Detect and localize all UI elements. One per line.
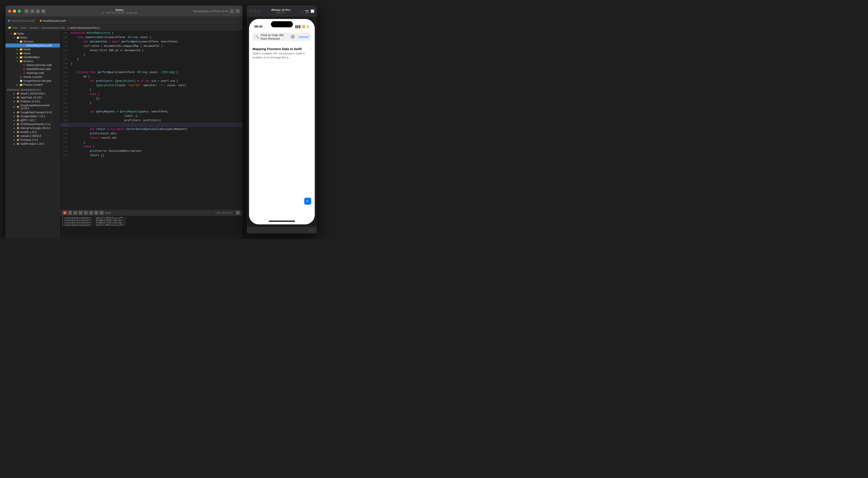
tab-dot-orange (40, 20, 41, 22)
swift-file-icon: S (23, 64, 26, 67)
sidebar-label: NotesListScreen.swift (27, 64, 52, 67)
token: "userId" (128, 84, 140, 87)
pkg-grpc[interactable]: ▶ 📦 gRPC 1.62.2 (5, 118, 60, 122)
pkg-label: gRPC 1.62.2 (20, 119, 35, 122)
tab-noteslistscreen[interactable]: NotesListScreen.swift (5, 17, 37, 25)
run-button[interactable]: ▶ (41, 9, 46, 13)
token: ] = (134, 79, 140, 83)
pkg-abseil[interactable]: ▶ 📦 abseil 1.202401160.1 (5, 92, 60, 96)
sidebar-item-notesapp[interactable]: S NotesApp.swift (5, 71, 60, 75)
result-card[interactable]: › Mapping Firestore Data in Swift Swift'… (253, 44, 311, 62)
sidebar-item-noteslistscreen[interactable]: S NotesListScreen.swift (5, 63, 60, 67)
debug-console[interactable]: ["GybbVqm9jHoaodmwVpYv", "gMr01fiXMS$f4L… (60, 215, 243, 237)
line-content: prefilters: prefilters) (70, 118, 243, 123)
step-over-btn[interactable]: → (73, 211, 77, 215)
stop-button[interactable]: ■ (36, 9, 40, 13)
sidebar-item-noteeditscreen[interactable]: S NoteEditScreen.swift (5, 67, 60, 71)
sidebar-label: ViewModifiers (23, 56, 40, 59)
breadcrumb-notes-root[interactable]: 📁 Notes (8, 26, 19, 29)
search-clear-button[interactable]: ✕ (291, 35, 295, 39)
pkg-leveldb[interactable]: ▶ 📦 leveldb 1.22.5 (5, 130, 60, 134)
sidebar-item-views[interactable]: ▶ 📁 Views (5, 52, 60, 55)
pkg-label: Firebase 10.24.0 (20, 100, 40, 103)
pkg-gtmsessionfetcher[interactable]: ▶ 📦 GTMSessionFetcher 3.4.1 (5, 122, 60, 126)
breadcrumb-method[interactable]: M performQuery(searchTerm:) (67, 27, 100, 29)
breadcrumb-file[interactable]: NotesRepository.swift (41, 27, 65, 29)
sim-minimize[interactable] (253, 10, 256, 12)
error-indicator[interactable]: ■ (63, 211, 67, 215)
sim-home-icon[interactable]: ⌂ (302, 9, 303, 13)
search-bar[interactable]: 🔍 How to map dat from firestore ✕ Cancel (253, 33, 311, 41)
maximize-button[interactable] (18, 10, 21, 13)
pkg-label: GoogleAppMeasurement 10.24.0 (20, 104, 58, 110)
sidebar-toggle-icon[interactable]: ▤ (24, 9, 29, 13)
sim-record-icon[interactable]: ⬜ (311, 9, 314, 13)
pkg-promises[interactable]: ▶ 📦 Promises 2.4.0 (5, 138, 60, 142)
sidebar-item-model[interactable]: ▶ 📁 Model (5, 47, 60, 52)
sidebar-label: Screens (23, 60, 33, 63)
pkg-nanopb[interactable]: ▶ 📦 nanopb 2.30910.0 (5, 134, 60, 138)
code-line-117: 117 } (60, 53, 243, 57)
sim-maximize[interactable] (257, 10, 260, 12)
pkg-googledatatransport[interactable]: ▶ 📦 GoogleDataTransport 9.4.0 (5, 110, 60, 114)
pkg-icon: 📦 (17, 119, 20, 122)
sidebar-item-services[interactable]: ▼ 📁 Services (5, 40, 60, 43)
layout-toggle[interactable]: ⊟ (236, 211, 240, 215)
expand-arrow-icon: ▶ (13, 100, 16, 103)
minimize-button[interactable] (13, 10, 16, 13)
breadcrumb-notes[interactable]: Notes (21, 27, 27, 29)
pause-indicator[interactable]: ‖ (68, 211, 72, 215)
add-tab-icon[interactable]: + (230, 9, 234, 13)
expand-arrow-icon: ▶ (16, 83, 19, 86)
thread-btn[interactable]: ⟳ (100, 211, 103, 215)
pkg-firebase[interactable]: ▶ 📦 Firebase 10.24.0 (5, 100, 60, 103)
pkg-icon: 📦 (17, 96, 20, 99)
pkg-label: SwiftProtobuf 1.26.0 (20, 142, 44, 145)
step-into-btn[interactable]: ↓ (79, 211, 83, 215)
code-line-120: 120 (60, 66, 243, 70)
line-content: let result = try await vectorSearchQuery… (70, 127, 243, 131)
sidebar-item-notes[interactable]: ▼ 📁 Notes (5, 36, 60, 40)
view-toggle-icon[interactable]: ⊞ (30, 9, 34, 13)
line-content: let documentIds = await performQuery(sea… (70, 40, 243, 44)
sidebar-item-preview-content[interactable]: ▶ 📁 Preview Content (5, 83, 60, 87)
sidebar-content[interactable]: ▼ 📁 Notes ▼ 📁 Notes ▼ 📁 Services S (5, 31, 60, 237)
line-content: extension NotesRepository { (70, 31, 243, 35)
search-cancel-button[interactable]: Cancel (297, 35, 309, 39)
token: (query: searchTerm, (139, 110, 169, 113)
pkg-googleappmeasurement[interactable]: ▶ 📦 GoogleAppMeasurement 10.24.0 (5, 103, 60, 110)
step-out-btn[interactable]: ↑ (84, 211, 88, 215)
sidebar-item-assets[interactable]: ⊡ Assets.xcassets (5, 75, 60, 79)
compose-button[interactable]: ✏ (304, 198, 311, 205)
pkg-interopforgoogle[interactable]: ▶ 📦 InteropForGoogle 100.0.0 (5, 126, 60, 130)
line-content: } (70, 88, 243, 92)
line-content: print(result.ids) (70, 131, 243, 136)
plist-icon: 📄 (20, 79, 23, 82)
tab-notesrepository[interactable]: NotesRepository.swift (37, 17, 69, 25)
line-number: 132 (60, 118, 70, 123)
close-button[interactable] (8, 10, 11, 13)
line-content: } (70, 140, 243, 144)
sim-close[interactable] (249, 10, 252, 12)
split-view-icon[interactable]: ⊟ (236, 9, 240, 13)
pkg-swiftprotobuf[interactable]: ▶ 📦 SwiftProtobuf 1.26.0 (5, 142, 60, 146)
pkg-googleutilities[interactable]: ▶ 📦 GoogleUtilities 7.13.1 (5, 114, 60, 118)
code-editor[interactable]: 108extension NotesRepository {109 func s… (60, 31, 243, 209)
notes-label: Notes (105, 211, 111, 214)
breadcrumb-services[interactable]: Services (30, 27, 39, 29)
sidebar-label: GoogleService-Info.plist (23, 79, 51, 82)
sidebar-item-notes-root[interactable]: ▼ 📁 Notes (5, 32, 60, 36)
continue-btn[interactable]: ▷ (89, 211, 93, 215)
expand-arrow-icon: ▶ (13, 139, 16, 141)
sidebar-item-googleservice[interactable]: 📄 GoogleService-Info.plist (5, 79, 60, 83)
sidebar-item-screens[interactable]: ▼ 📁 Screens (5, 59, 60, 63)
pkg-appcheck[interactable]: ▶ 📦 AppCheck 10.19.0 (5, 96, 60, 100)
sidebar-label: Views (23, 52, 30, 55)
sidebar-item-notesrepository[interactable]: S NotesRepository.swift (5, 43, 60, 47)
token: (error.localizedDescription) (98, 149, 142, 152)
breakpoint-btn[interactable]: ⊕ (94, 211, 98, 215)
expand-arrow-icon: ▶ (13, 96, 16, 99)
phone-bottom-bar (249, 218, 315, 224)
sidebar-item-viewmodifiers[interactable]: ▶ 📁 ViewModifiers (5, 55, 60, 59)
sim-screenshot-icon[interactable]: 📷 (305, 9, 309, 13)
